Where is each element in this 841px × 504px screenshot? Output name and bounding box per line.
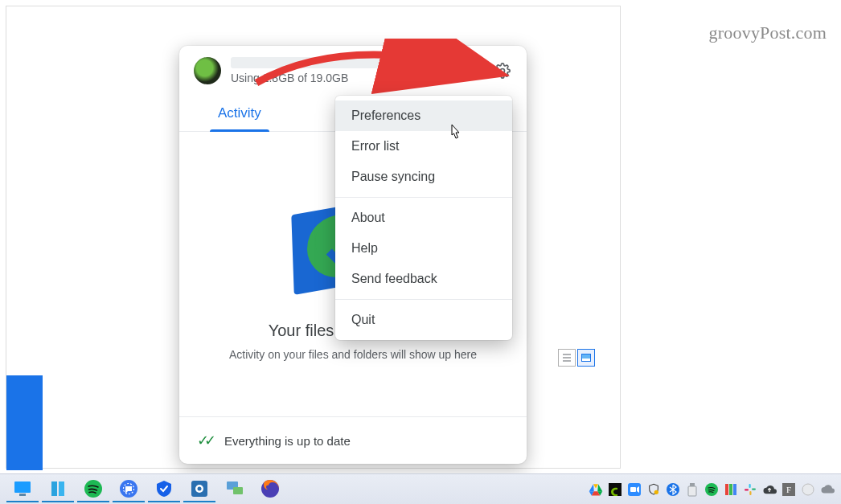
svg-text:F: F: [786, 485, 791, 494]
view-list-button[interactable]: [558, 349, 576, 367]
tray-cloud-upload-icon[interactable]: [762, 482, 777, 497]
tray-bluetooth-icon[interactable]: [666, 482, 680, 497]
svg-rect-27: [630, 487, 636, 492]
svg-rect-5: [14, 481, 31, 493]
avatar[interactable]: [194, 57, 221, 84]
watermark-text: groovyPost.com: [709, 23, 827, 43]
tray-circle-icon[interactable]: [801, 482, 815, 497]
taskbar: F: [0, 473, 841, 504]
svg-rect-31: [690, 483, 695, 486]
taskbar-app-signal[interactable]: [113, 477, 145, 502]
tray-f-icon[interactable]: F: [782, 482, 796, 497]
tray-slack-icon[interactable]: [743, 482, 757, 497]
footer-text: Everything is up to date: [224, 434, 351, 448]
svg-rect-34: [725, 484, 728, 495]
view-thumbnail-button[interactable]: [577, 349, 595, 367]
svg-marker-19: [593, 484, 598, 488]
pointer-cursor-icon: [447, 123, 463, 142]
taskbar-app-desktop[interactable]: [6, 477, 39, 502]
svg-point-43: [802, 484, 814, 495]
popup-footer: ✓✓ Everything is up to date: [179, 416, 527, 464]
svg-rect-38: [752, 488, 756, 490]
tray-zoom-icon[interactable]: [627, 482, 642, 497]
taskbar-app-firefox[interactable]: [254, 477, 286, 502]
svg-marker-20: [597, 484, 602, 491]
svg-rect-37: [749, 484, 751, 488]
taskbar-app-servers[interactable]: [42, 477, 74, 502]
menu-separator: [335, 299, 512, 300]
tray-security-icon[interactable]: [646, 482, 661, 497]
menu-preferences[interactable]: Preferences: [335, 100, 512, 131]
menu-error-list[interactable]: Error list: [335, 131, 512, 162]
view-toggle: [558, 349, 595, 367]
svg-rect-7: [51, 481, 57, 496]
svg-rect-8: [59, 481, 64, 496]
svg-rect-40: [745, 489, 749, 490]
taskbar-app-remote[interactable]: [219, 477, 251, 502]
tab-activity[interactable]: Activity: [195, 96, 284, 131]
taskbar-app-vpn[interactable]: [148, 477, 180, 502]
tray-spotify-icon[interactable]: [704, 482, 719, 497]
menu-about[interactable]: About: [335, 203, 512, 233]
taskbar-tray: F: [589, 482, 835, 497]
settings-menu: Preferences Error list Pause syncing Abo…: [335, 96, 512, 340]
taskbar-app-snagit[interactable]: [183, 477, 215, 502]
svg-rect-39: [749, 491, 751, 495]
svg-rect-6: [19, 494, 26, 496]
menu-separator: [335, 197, 512, 198]
main-subtext: Activity on your files and folders will …: [229, 348, 477, 361]
blue-strip: [6, 375, 43, 470]
tray-powertoys-icon[interactable]: [724, 482, 738, 497]
svg-rect-32: [688, 486, 696, 496]
tray-cloud-icon[interactable]: [820, 482, 835, 497]
taskbar-app-spotify[interactable]: [77, 477, 109, 502]
tray-drive-icon[interactable]: [589, 482, 603, 497]
menu-pause-syncing[interactable]: Pause syncing: [335, 162, 512, 192]
svg-point-29: [654, 490, 658, 494]
annotation-arrow-icon: [252, 39, 510, 95]
svg-point-14: [198, 486, 202, 490]
double-check-icon: ✓✓: [197, 432, 211, 449]
svg-rect-16: [233, 487, 243, 494]
svg-marker-21: [589, 484, 594, 491]
taskbar-left: [6, 477, 286, 502]
menu-help[interactable]: Help: [335, 233, 512, 264]
menu-send-feedback[interactable]: Send feedback: [335, 264, 512, 294]
svg-rect-35: [729, 484, 732, 495]
tray-nvidia-icon[interactable]: [608, 482, 622, 497]
svg-rect-36: [733, 484, 736, 495]
tray-usb-icon[interactable]: [685, 482, 699, 497]
menu-quit[interactable]: Quit: [335, 305, 512, 335]
